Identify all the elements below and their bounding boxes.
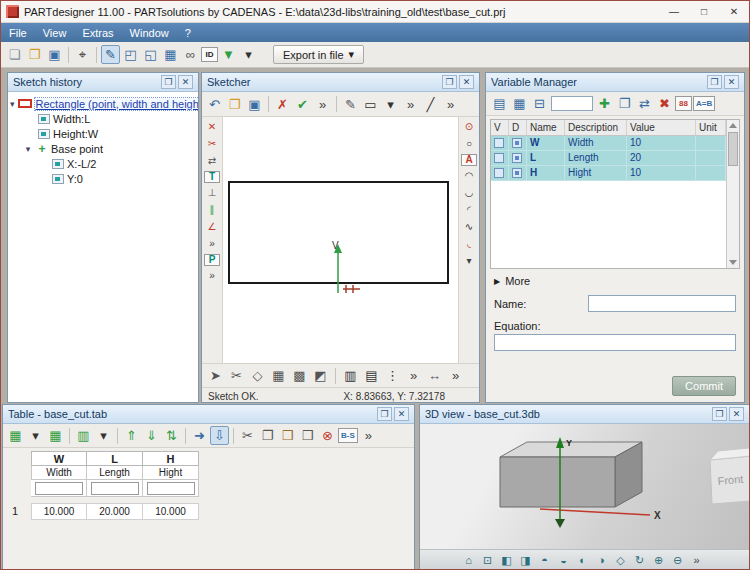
open-sketch-icon[interactable]: ❐ xyxy=(225,95,244,114)
view3d-float-button[interactable]: ❐ xyxy=(712,407,727,421)
more-icon[interactable]: ▾ xyxy=(461,254,477,268)
column-header-w[interactable]: W xyxy=(31,451,87,466)
id-icon[interactable]: ID xyxy=(201,47,218,62)
front-view-icon[interactable]: ◧ xyxy=(498,552,515,568)
cut-icon[interactable]: ✂ xyxy=(238,426,257,445)
dropdown-arrow-icon[interactable]: ▾ xyxy=(239,45,258,64)
sketch-canvas[interactable]: V xyxy=(223,117,458,363)
save-icon[interactable]: ▣ xyxy=(45,45,64,64)
copy-variable-icon[interactable]: ❐ xyxy=(615,94,634,113)
delete-variable-icon[interactable]: ✖ xyxy=(655,94,674,113)
arc-tool-icon[interactable]: ◠ xyxy=(461,169,477,183)
col-dropdown-icon[interactable]: ▾ xyxy=(94,426,113,445)
bottom-view-icon[interactable]: ◒ xyxy=(555,552,572,568)
fillet-tool-icon[interactable]: ◟ xyxy=(461,237,477,251)
rotate-view-icon[interactable]: ↻ xyxy=(631,552,648,568)
grid-view-icon[interactable]: ▦ xyxy=(510,94,529,113)
zoom-in-icon[interactable]: ⊕ xyxy=(650,552,667,568)
iso-view-icon[interactable]: ◇ xyxy=(612,552,629,568)
more-expander[interactable]: ▶ More xyxy=(486,269,744,289)
swap-variable-icon[interactable]: ⇄ xyxy=(635,94,654,113)
view-home-icon[interactable]: ⌂ xyxy=(460,552,477,568)
arc2-tool-icon[interactable]: ◡ xyxy=(461,186,477,200)
filter-input-h[interactable] xyxy=(147,482,195,495)
column-header-unit[interactable]: Unit xyxy=(696,120,726,135)
table-dropdown-icon[interactable]: ▾ xyxy=(26,426,45,445)
cell-length-value[interactable]: 20.000 xyxy=(87,503,143,520)
column-header-h[interactable]: H xyxy=(143,451,199,466)
tree-item-base-point[interactable]: ▾ + Base point xyxy=(10,141,196,156)
overflow-icon[interactable]: » xyxy=(688,552,705,568)
commit-button[interactable]: Commit xyxy=(672,376,736,396)
edit-table-icon[interactable]: ▦ xyxy=(46,426,65,445)
sketch-history-close-button[interactable]: ✕ xyxy=(178,75,193,89)
filter-input-w[interactable] xyxy=(35,482,83,495)
pattern-icon[interactable]: ▩ xyxy=(290,366,309,385)
zoom-out-icon[interactable]: ⊖ xyxy=(669,552,686,568)
cell-hight-value[interactable]: 10.000 xyxy=(143,503,199,520)
column-header-description[interactable]: Description xyxy=(565,120,627,135)
table-panel-float-button[interactable]: ❐ xyxy=(377,407,392,421)
insert-row-icon[interactable]: ⇩ xyxy=(210,426,229,445)
dots-icon[interactable]: ⋮ xyxy=(383,366,402,385)
column-header-name[interactable]: Name xyxy=(527,120,565,135)
erase-point-icon[interactable]: ✕ xyxy=(204,120,220,134)
variable-manager-float-button[interactable]: ❐ xyxy=(707,75,722,89)
perpendicular-icon[interactable]: ⊥ xyxy=(204,186,220,200)
column-header-l[interactable]: L xyxy=(87,451,143,466)
tree-item-rectangle[interactable]: ▾ Rectangle (point, width and height) xyxy=(10,96,196,111)
driven-checkbox[interactable] xyxy=(509,166,527,180)
column-header-value[interactable]: Value xyxy=(627,120,696,135)
attribute-icon[interactable]: A xyxy=(461,154,477,166)
menu-file[interactable]: File xyxy=(1,27,35,39)
menu-help[interactable]: ? xyxy=(177,27,199,39)
paste-special-icon[interactable]: ❒ xyxy=(298,426,317,445)
sketch-history-float-button[interactable]: ❐ xyxy=(161,75,176,89)
column-header-d[interactable]: D xyxy=(509,120,527,135)
expander-icon[interactable]: ▾ xyxy=(23,144,33,154)
variables-mode-icon[interactable]: ◱ xyxy=(141,45,160,64)
link-icon[interactable]: ∞ xyxy=(181,45,200,64)
trim-icon[interactable]: ✂ xyxy=(204,137,220,151)
rectangle-tool-icon[interactable]: ▭ xyxy=(361,95,380,114)
pen-icon[interactable]: ✎ xyxy=(341,95,360,114)
variable-table-scrollbar[interactable] xyxy=(726,120,739,268)
rename-icon[interactable]: A=B xyxy=(693,96,715,111)
menu-window[interactable]: Window xyxy=(122,27,177,39)
column-header-v[interactable]: V xyxy=(491,120,509,135)
project-icon[interactable]: P xyxy=(204,254,220,266)
visible-checkbox[interactable] xyxy=(491,151,509,165)
tree-item-y[interactable]: Y:0 xyxy=(10,171,196,186)
spline-tool-icon[interactable]: ∿ xyxy=(461,220,477,234)
hatch-icon[interactable]: ▥ xyxy=(341,366,360,385)
row-swap-icon[interactable]: ⇅ xyxy=(162,426,181,445)
line-tool-icon[interactable]: ╱ xyxy=(421,95,440,114)
close-button[interactable]: ✕ xyxy=(719,1,749,22)
tree-item-width[interactable]: Width:L xyxy=(10,111,196,126)
undo-icon[interactable]: ↶ xyxy=(205,95,224,114)
paste-icon[interactable]: ❒ xyxy=(278,426,297,445)
row-down-icon[interactable]: ⇓ xyxy=(142,426,161,445)
overflow-icon-2[interactable]: » xyxy=(401,95,420,114)
visible-checkbox[interactable] xyxy=(491,136,509,150)
driven-checkbox[interactable] xyxy=(509,151,527,165)
back-view-icon[interactable]: ◨ xyxy=(517,552,534,568)
render-dropdown-icon[interactable]: ▼ xyxy=(219,45,238,64)
select-icon[interactable]: ➤ xyxy=(206,366,225,385)
dimension-icon[interactable]: ↔ xyxy=(425,366,444,385)
arc3-tool-icon[interactable]: ◜ xyxy=(461,203,477,217)
visible-checkbox[interactable] xyxy=(491,166,509,180)
number-format-icon[interactable]: 88 xyxy=(675,96,692,111)
parallel-icon[interactable]: ∥ xyxy=(204,203,220,217)
split-icon[interactable]: ⇄ xyxy=(204,154,220,168)
tree-item-x[interactable]: X:-L/2 xyxy=(10,156,196,171)
table-panel-close-button[interactable]: ✕ xyxy=(394,407,409,421)
angle-icon[interactable]: ∠ xyxy=(204,220,220,234)
save-sketch-icon[interactable]: ▣ xyxy=(245,95,264,114)
sketcher-mode-icon[interactable]: ✎ xyxy=(101,45,120,64)
overflow-icon[interactable]: » xyxy=(404,366,423,385)
view3d-close-button[interactable]: ✕ xyxy=(729,407,744,421)
row-number[interactable]: 1 xyxy=(7,503,31,520)
overflow-icon[interactable]: » xyxy=(204,237,220,251)
accept-icon[interactable]: ✔ xyxy=(293,95,312,114)
